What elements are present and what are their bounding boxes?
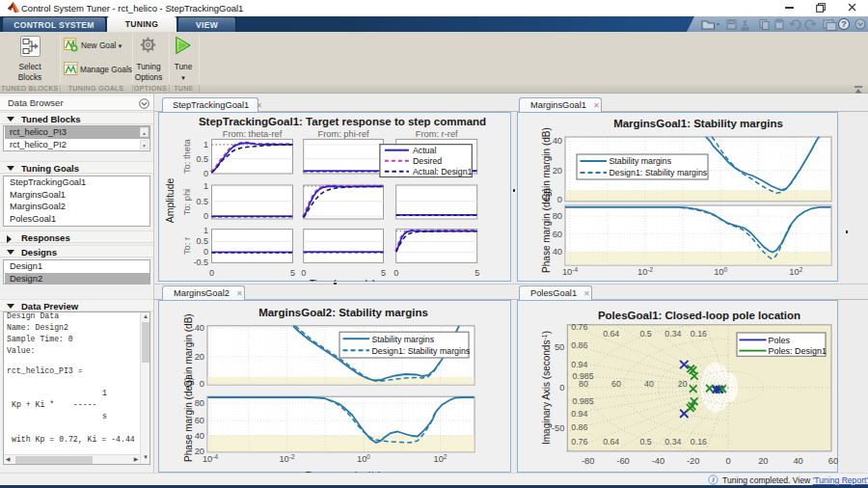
- svg-text:0: 0: [200, 379, 204, 389]
- svg-text:1: 1: [203, 226, 208, 235]
- svg-text:Phase margin (deg): Phase margin (deg): [183, 377, 194, 462]
- svg-text:From: phi-ref: From: phi-ref: [317, 129, 369, 139]
- svg-text:0.5: 0.5: [639, 329, 651, 339]
- svg-text:To: phi: To: phi: [182, 189, 192, 215]
- svg-text:10-4: 10-4: [562, 266, 579, 277]
- svg-text:102: 102: [789, 266, 802, 277]
- svg-text:0: 0: [559, 383, 564, 393]
- svg-text:Frequency (rad/s): Frequency (rad/s): [661, 281, 737, 283]
- svg-text:0: 0: [203, 169, 208, 178]
- svg-text:1: 1: [203, 181, 208, 191]
- svg-text:0.16: 0.16: [691, 437, 707, 447]
- svg-text:Actual: Design1: Actual: Design1: [413, 167, 473, 176]
- svg-text:0.86: 0.86: [571, 340, 587, 350]
- svg-text:60: 60: [611, 379, 621, 389]
- svg-text:80: 80: [579, 379, 588, 389]
- svg-text:40: 40: [195, 431, 204, 441]
- svg-text:From: theta-ref: From: theta-ref: [223, 129, 283, 139]
- svg-text:40: 40: [553, 247, 562, 257]
- svg-text:0.5: 0.5: [196, 154, 208, 164]
- svg-text:40: 40: [195, 323, 204, 333]
- svg-text:20: 20: [758, 456, 768, 466]
- svg-text:0: 0: [301, 268, 306, 278]
- svg-text:5: 5: [381, 268, 386, 278]
- svg-text:Stability margins: Stability margins: [372, 335, 435, 344]
- svg-text:80: 80: [195, 398, 204, 408]
- svg-text:10-2: 10-2: [279, 453, 295, 464]
- svg-text:40: 40: [553, 136, 562, 146]
- svg-text:60: 60: [828, 456, 838, 466]
- svg-text:-80: -80: [582, 456, 594, 466]
- svg-text:100: 100: [714, 266, 727, 277]
- svg-text:Poles: Poles: [769, 336, 791, 345]
- svg-text:Phase margin (deg): Phase margin (deg): [541, 188, 552, 273]
- svg-text:102: 102: [434, 453, 448, 464]
- svg-text:PolesGoal1: Closed-loop pole l: PolesGoal1: Closed-loop pole location: [598, 310, 800, 321]
- svg-text:100: 100: [357, 453, 370, 464]
- svg-text:5: 5: [475, 268, 479, 278]
- svg-text:Imaginary Axis (seconds-1): Imaginary Axis (seconds-1): [541, 331, 552, 445]
- svg-text:40: 40: [793, 456, 802, 466]
- svg-text:40: 40: [644, 379, 654, 389]
- svg-text:10-4: 10-4: [203, 453, 219, 464]
- svg-text:0.76: 0.76: [571, 437, 587, 447]
- svg-text:0.76: 0.76: [571, 322, 587, 332]
- svg-text:20: 20: [553, 166, 562, 176]
- svg-text:-0.5: -0.5: [193, 258, 208, 267]
- svg-text:StepTrackingGoal1: Target resp: StepTrackingGoal1: Target response to st…: [199, 116, 486, 127]
- svg-text:0.5: 0.5: [639, 437, 651, 447]
- svg-text:0.94: 0.94: [571, 360, 587, 369]
- svg-text:0: 0: [393, 268, 398, 278]
- svg-text:0: 0: [557, 195, 562, 204]
- svg-text:0.16: 0.16: [691, 329, 707, 339]
- svg-text:80: 80: [553, 211, 562, 221]
- svg-text:Gain margin (dB): Gain margin (dB): [183, 313, 194, 387]
- svg-text:50: 50: [555, 342, 564, 352]
- svg-text:From: r-ref: From: r-ref: [416, 129, 458, 139]
- svg-text:Design1: Stability margins: Design1: Stability margins: [372, 346, 471, 356]
- svg-text:Poles: Design1: Poles: Design1: [769, 346, 827, 356]
- svg-text:To: r: To: r: [182, 237, 192, 255]
- svg-text:MarginsGoal1: Stability margin: MarginsGoal1: Stability margins: [613, 118, 783, 129]
- svg-text:0.34: 0.34: [665, 437, 681, 447]
- svg-text:Design1: Stability margins: Design1: Stability margins: [610, 168, 708, 177]
- svg-text:0.985: 0.985: [573, 396, 594, 406]
- svg-text:?: ?: [841, 18, 847, 29]
- svg-text:20: 20: [678, 379, 688, 389]
- svg-text:-40: -40: [652, 456, 665, 466]
- svg-text:0.64: 0.64: [603, 437, 619, 447]
- svg-text:Actual: Actual: [413, 146, 436, 155]
- svg-text:0: 0: [209, 268, 214, 278]
- svg-text:-50: -50: [552, 423, 564, 433]
- svg-text:Desired: Desired: [413, 156, 442, 166]
- svg-text:0.94: 0.94: [571, 409, 587, 419]
- svg-text:Time (seconds): Time (seconds): [310, 279, 376, 283]
- svg-text:0: 0: [203, 211, 208, 221]
- svg-text:To: theta: To: theta: [182, 139, 192, 174]
- svg-text:20: 20: [195, 352, 204, 362]
- svg-text:0.34: 0.34: [665, 329, 681, 339]
- svg-text:Stability margins: Stability margins: [610, 156, 672, 166]
- svg-text:0.64: 0.64: [603, 329, 619, 339]
- svg-text:5: 5: [290, 268, 295, 278]
- svg-text:0.5: 0.5: [196, 197, 208, 206]
- svg-text:60: 60: [553, 230, 562, 239]
- svg-text:10-2: 10-2: [637, 266, 654, 277]
- svg-text:0.5: 0.5: [196, 236, 208, 246]
- svg-text:Amplitude: Amplitude: [164, 178, 176, 224]
- svg-text:60: 60: [195, 416, 204, 425]
- svg-text:0.86: 0.86: [571, 422, 587, 432]
- svg-text:-60: -60: [616, 456, 629, 466]
- svg-text:0: 0: [725, 456, 730, 466]
- svg-text:1: 1: [203, 140, 208, 149]
- svg-text:-20: -20: [687, 456, 699, 466]
- svg-text:0: 0: [203, 247, 208, 257]
- svg-text:MarginsGoal2: Stability margin: MarginsGoal2: Stability margins: [258, 307, 428, 318]
